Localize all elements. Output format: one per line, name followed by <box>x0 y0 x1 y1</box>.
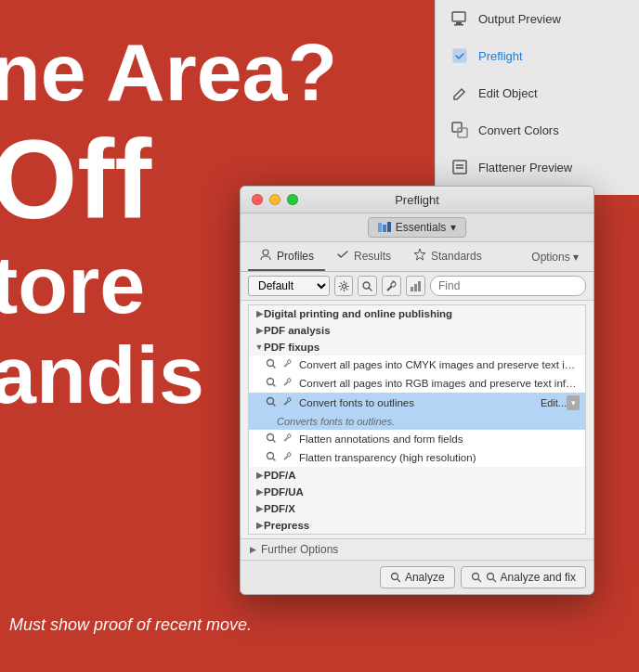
svg-rect-1 <box>456 22 462 24</box>
analyze-fix-button[interactable]: Analyze and fix <box>461 566 586 588</box>
rgb-label: Convert all pages into RGB images and pr… <box>299 378 580 389</box>
minimize-button[interactable] <box>269 194 280 205</box>
pdfua-triangle <box>254 487 264 497</box>
wrench-mini-icon3 <box>282 396 295 409</box>
tab-standards[interactable]: Standards <box>402 242 493 271</box>
chart-icon <box>410 280 422 292</box>
svg-rect-6 <box>453 161 466 174</box>
svg-marker-13 <box>414 249 425 260</box>
sidebar-item-convert-colors[interactable]: Convert Colors <box>436 111 639 149</box>
wrench-mini-icon4 <box>282 433 295 446</box>
tab-profiles[interactable]: Profiles <box>248 242 325 271</box>
essentials-button[interactable]: Essentials ▾ <box>368 217 467 238</box>
sidebar-item-preflight[interactable]: Preflight <box>436 37 639 74</box>
list-item-cmyk[interactable]: Convert all pages into CMYK images and p… <box>249 355 585 374</box>
list-item-fonts-outlines[interactable]: Convert fonts to outlines Edit... ▾ <box>249 393 585 413</box>
analyze-icon <box>390 572 401 583</box>
svg-line-25 <box>273 404 276 407</box>
svg-point-12 <box>263 250 268 255</box>
tab-results[interactable]: Results <box>325 242 402 271</box>
sidebar-item-output-preview[interactable]: Output Preview <box>436 0 639 37</box>
group-digital-printing[interactable]: Digital printing and online publishing <box>249 305 585 322</box>
pdfa-triangle <box>254 471 264 480</box>
convert-colors-label: Convert Colors <box>478 123 559 137</box>
settings-icon-btn[interactable] <box>334 276 354 296</box>
prepress-triangle <box>254 521 264 530</box>
edit-button[interactable]: Edit... <box>541 397 567 408</box>
output-preview-label: Output Preview <box>478 12 561 26</box>
svg-line-16 <box>369 288 372 291</box>
maximize-button[interactable] <box>287 194 298 205</box>
pdfua-label: PDF/UA <box>264 486 304 498</box>
close-button[interactable] <box>252 194 263 205</box>
analyze-label: Analyze <box>405 571 445 584</box>
preflight-icon <box>450 46 469 65</box>
flatten-transparency-label: Flatten transparency (high resolution) <box>299 452 580 463</box>
svg-rect-10 <box>383 225 386 232</box>
options-button[interactable]: Options ▾ <box>524 247 586 267</box>
wrench-mini-icon <box>282 358 295 371</box>
search-icon <box>361 280 373 292</box>
essentials-label: Essentials <box>396 221 447 234</box>
svg-line-21 <box>273 366 276 368</box>
svg-line-33 <box>477 579 480 582</box>
svg-point-14 <box>342 284 346 288</box>
essentials-arrow: ▾ <box>450 221 456 234</box>
search-mini-icon4 <box>266 433 279 446</box>
flatten-annotations-label: Flatten annotations and form fields <box>299 433 580 445</box>
group-prepress[interactable]: Prepress <box>249 517 585 534</box>
options-arrow: ▾ <box>573 251 579 264</box>
analyze-fix-icon2 <box>486 572 497 583</box>
svg-rect-2 <box>454 24 463 26</box>
svg-rect-11 <box>387 222 391 232</box>
digital-printing-triangle <box>254 309 264 318</box>
standards-tab-icon <box>413 248 426 264</box>
list-item-flatten-annotations[interactable]: Flatten annotations and form fields <box>249 430 585 448</box>
flattener-preview-label: Flattener Preview <box>478 161 572 174</box>
pdfx-triangle <box>254 504 264 513</box>
analyze-button[interactable]: Analyze <box>380 566 455 588</box>
tab-standards-label: Standards <box>431 250 482 263</box>
bottom-buttons: Analyze Analyze and fix <box>241 560 593 594</box>
toolbar-row: Essentials ▾ <box>241 213 593 242</box>
preflight-label: Preflight <box>478 49 523 63</box>
find-input[interactable] <box>430 276 586 296</box>
essentials-icon <box>378 222 391 233</box>
svg-rect-0 <box>452 12 465 21</box>
fonts-desc-text: Converts fonts to outlines. <box>254 416 395 427</box>
svg-line-27 <box>273 440 276 443</box>
sidebar-item-flattener-preview[interactable]: Flattener Preview <box>436 149 639 186</box>
further-options-row[interactable]: Further Options <box>241 538 593 560</box>
list-item-rgb[interactable]: Convert all pages into RGB images and pr… <box>249 374 585 393</box>
list-item-flatten-transparency[interactable]: Flatten transparency (high resolution) <box>249 448 585 467</box>
wrench-icon-btn[interactable] <box>382 276 401 296</box>
svg-rect-18 <box>414 284 417 291</box>
pdf-analysis-triangle <box>254 326 264 335</box>
svg-line-31 <box>397 579 399 582</box>
profile-dropdown[interactable]: Default <box>248 276 330 296</box>
search-icon-btn[interactable] <box>358 276 377 296</box>
pdfa-label: PDF/A <box>264 470 296 481</box>
sidebar-panel: Output Preview Preflight Edit Object Con… <box>435 0 639 195</box>
group-pdfua[interactable]: PDF/UA <box>249 484 585 500</box>
chart-icon-btn[interactable] <box>406 276 425 296</box>
group-pdfa[interactable]: PDF/A <box>249 467 585 484</box>
further-options-label: Further Options <box>261 543 338 556</box>
options-label: Options <box>531 251 569 264</box>
sidebar-item-edit-object[interactable]: Edit Object <box>436 74 639 111</box>
list-area[interactable]: Digital printing and online publishing P… <box>248 304 586 535</box>
svg-rect-17 <box>411 287 413 291</box>
group-pdfx[interactable]: PDF/X <box>249 500 585 517</box>
fonts-outlines-label: Convert fonts to outlines <box>299 397 541 408</box>
edit-dropdown-arrow[interactable]: ▾ <box>567 395 580 410</box>
wrench-mini-icon2 <box>282 377 295 390</box>
group-pdf-fixups[interactable]: PDF fixups <box>249 339 585 355</box>
digital-printing-label: Digital printing and online publishing <box>264 308 452 319</box>
group-pdf-analysis[interactable]: PDF analysis <box>249 322 585 339</box>
cmyk-label: Convert all pages into CMYK images and p… <box>299 359 580 370</box>
edit-object-icon <box>450 84 469 102</box>
search-mini-icon3 <box>266 396 279 409</box>
output-preview-icon <box>450 9 469 28</box>
title-bar: Preflight <box>241 187 593 213</box>
pdf-fixups-triangle <box>254 342 264 352</box>
